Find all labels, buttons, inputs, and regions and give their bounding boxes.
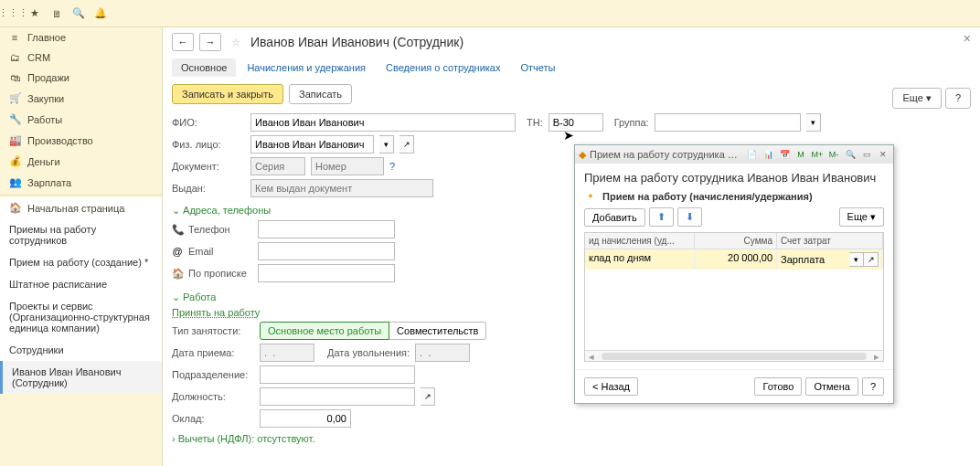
item-label: Начальная страница [27, 203, 124, 214]
item-label: Приемы на работу сотрудников [9, 224, 96, 246]
section-icon: 🛒 [9, 92, 20, 104]
sidebar-section[interactable]: 💰Деньги [0, 151, 162, 172]
sidebar-section[interactable]: 👥Зарплата [0, 172, 162, 193]
phone-input[interactable] [258, 220, 395, 238]
popup-up-button[interactable]: ⬆ [649, 207, 674, 227]
group-dropdown-icon[interactable]: ▾ [806, 113, 821, 132]
sidebar-item[interactable]: 🏠Начальная страница [0, 197, 162, 218]
fire-date-input[interactable] [415, 344, 470, 362]
sidebar-item[interactable]: Штатное расписание [0, 273, 162, 295]
h-scrollbar[interactable]: ◂▸ [585, 350, 883, 361]
save-button[interactable]: Записать [289, 84, 352, 104]
tab[interactable]: Сведения о сотрудниках [377, 58, 509, 77]
reg-label: По прописке [188, 268, 252, 279]
popup-m-icon[interactable]: M [794, 148, 807, 161]
cell-account: Зарплата▾↗ [777, 249, 883, 270]
issuer-input[interactable] [250, 179, 433, 197]
popup-mminus-icon[interactable]: M- [827, 148, 840, 161]
popup-titlebar[interactable]: ◆ Прием на работу сотрудника Иванов Иван… [575, 145, 893, 164]
page-title: Иванов Иван Иванович (Сотрудник) [250, 35, 463, 49]
sidebar-section[interactable]: ≡Главное [0, 27, 162, 48]
hire-date-input[interactable] [260, 344, 314, 362]
cell-open-icon[interactable]: ↗ [864, 252, 879, 267]
emp-type-part-button[interactable]: Совместительств [389, 322, 486, 340]
phys-open-icon[interactable]: ↗ [399, 135, 414, 154]
sidebar-item[interactable]: Приемы на работу сотрудников [0, 218, 162, 251]
group-label: Группа: [614, 117, 649, 128]
star-icon[interactable]: ★ [27, 6, 42, 21]
fio-input[interactable] [250, 113, 516, 132]
tab[interactable]: Основное [172, 58, 236, 77]
hire-link[interactable]: Принять на работу [172, 307, 260, 318]
email-label: Email [188, 246, 252, 257]
section-icon: 🏭 [9, 134, 20, 146]
section-label: Закупки [27, 93, 64, 104]
popup-back-button[interactable]: < Назад [584, 377, 638, 396]
cell-dropdown-icon[interactable]: ▾ [849, 252, 864, 267]
col-header-sum[interactable]: Сумма [695, 233, 777, 249]
col-header-accrual[interactable]: ид начисления (уд... [585, 233, 695, 249]
position-label: Должность: [172, 391, 254, 402]
item-label: Проекты и сервис (Организационно-структу… [9, 301, 150, 334]
sidebar-item[interactable]: Прием на работу (создание) * [0, 251, 162, 273]
phys-input[interactable] [250, 135, 374, 154]
popup-more-button[interactable]: Еще ▾ [839, 207, 884, 227]
section-label: Работы [27, 114, 62, 125]
phys-dropdown-icon[interactable]: ▾ [379, 135, 394, 154]
popup-close-icon[interactable]: ✕ [877, 148, 889, 161]
sidebar-item[interactable]: Сотрудники [0, 339, 162, 361]
apps-icon[interactable]: ⋮⋮⋮ [5, 6, 20, 21]
tab[interactable]: Начисления и удержания [238, 58, 375, 77]
popup-tool-icon[interactable]: 📄 [745, 148, 758, 161]
position-input[interactable] [260, 387, 415, 406]
popup-zoom-icon[interactable]: 🔍 [844, 148, 857, 161]
tab[interactable]: Отчеты [511, 58, 564, 77]
email-input[interactable] [258, 242, 395, 260]
col-header-account[interactable]: Счет затрат [777, 233, 883, 249]
popup-max-icon[interactable]: ▭ [860, 148, 873, 161]
popup-mplus-icon[interactable]: M+ [811, 148, 824, 161]
salary-input[interactable] [260, 409, 351, 428]
nav-back-button[interactable]: ← [172, 33, 194, 51]
table-row[interactable]: клад по дням 20 000,00 Зарплата▾↗ [585, 249, 883, 270]
doc-number-input[interactable] [311, 157, 384, 175]
popup-calc-icon[interactable]: 📊 [762, 148, 774, 161]
doc-help-icon[interactable]: ? [389, 161, 395, 172]
doc-series-input[interactable] [250, 157, 305, 175]
reg-input[interactable] [258, 264, 395, 282]
sidebar-section[interactable]: 🛒Закупки [0, 88, 162, 109]
sidebar-section[interactable]: 🔧Работы [0, 109, 162, 130]
popup-title: Прием на работу сотрудника Иванов Иван И… [584, 171, 884, 185]
dept-input[interactable] [260, 365, 415, 384]
popup-done-button[interactable]: Готово [754, 377, 802, 396]
search-icon[interactable]: 🔍 [71, 6, 86, 21]
popup-add-button[interactable]: Добавить [584, 208, 645, 227]
popup-cancel-button[interactable]: Отмена [805, 377, 858, 396]
section-icon: 💰 [9, 155, 20, 167]
deductions-group-title[interactable]: › Вычеты (НДФЛ): отсутствуют. [172, 433, 971, 444]
sidebar-item[interactable]: Иванов Иван Иванович (Сотрудник) [0, 361, 162, 394]
help-button[interactable]: ? [945, 88, 971, 109]
more-button[interactable]: Еще ▾ [892, 88, 941, 109]
close-icon[interactable]: × [964, 31, 971, 46]
popup-cal-icon[interactable]: 📅 [778, 148, 791, 161]
sidebar-item[interactable]: Проекты и сервис (Организационно-структу… [0, 295, 162, 339]
doc-icon[interactable]: 🗎 [49, 6, 64, 21]
group-input[interactable] [655, 113, 801, 132]
position-open-icon[interactable]: ↗ [421, 387, 435, 406]
save-and-close-button[interactable]: Записать и закрыть [172, 84, 283, 104]
emp-type-main-button[interactable]: Основное место работы [260, 322, 389, 340]
fio-label: ФИО: [172, 117, 245, 128]
sidebar-section[interactable]: 🛍Продажи [0, 68, 162, 88]
sidebar-section[interactable]: 🏭Производство [0, 130, 162, 151]
section-label: CRM [27, 52, 50, 63]
tn-input[interactable] [549, 113, 603, 132]
popup-help-button[interactable]: ? [862, 377, 884, 396]
section-label: Производство [27, 135, 93, 146]
nav-forward-button[interactable]: → [199, 33, 221, 51]
popup-down-button[interactable]: ⬇ [677, 207, 702, 227]
tn-label: ТН: [527, 117, 543, 128]
sidebar-section[interactable]: 🗂CRM [0, 48, 162, 68]
bell-icon[interactable]: 🔔 [93, 6, 108, 21]
favorite-icon[interactable]: ☆ [227, 33, 245, 51]
